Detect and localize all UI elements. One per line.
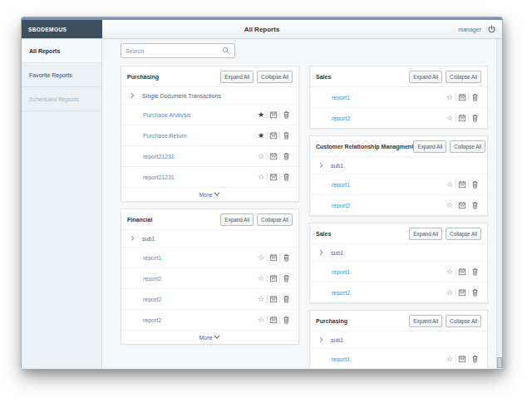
schedule-calendar-icon[interactable]	[456, 114, 468, 122]
favorite-star-icon[interactable]: ★	[255, 111, 267, 119]
report-link[interactable]: report21231	[143, 174, 255, 180]
favorite-star-icon[interactable]: ☆	[255, 316, 267, 324]
delete-trash-icon[interactable]	[280, 110, 292, 119]
chevron-right-icon[interactable]	[130, 235, 135, 242]
collapse-all-button[interactable]: Collapse All	[257, 71, 293, 83]
collapse-all-button[interactable]: Collapse All	[450, 140, 485, 153]
chevron-right-icon[interactable]	[318, 249, 324, 256]
schedule-calendar-icon[interactable]	[268, 110, 279, 119]
report-link[interactable]: report1	[332, 95, 444, 101]
group-label: sub1	[331, 337, 343, 343]
delete-trash-icon[interactable]	[469, 201, 480, 209]
delete-trash-icon[interactable]	[280, 295, 292, 303]
more-link[interactable]: More	[121, 330, 298, 344]
group-row-sub1[interactable]: sub1	[310, 243, 487, 261]
favorite-star-icon[interactable]: ☆	[444, 356, 456, 363]
delete-trash-icon[interactable]	[469, 267, 480, 276]
delete-trash-icon[interactable]	[280, 316, 292, 324]
group-row-sub1[interactable]: sub1	[121, 229, 298, 247]
delete-trash-icon[interactable]	[280, 173, 292, 181]
favorite-star-icon[interactable]: ☆	[255, 153, 267, 160]
report-link[interactable]: report21231	[143, 154, 255, 159]
delete-trash-icon[interactable]	[469, 180, 480, 189]
schedule-calendar-icon[interactable]	[268, 131, 279, 140]
report-link[interactable]: report1	[143, 255, 255, 261]
favorite-star-icon[interactable]: ☆	[255, 174, 267, 181]
collapse-all-button[interactable]: Collapse All	[446, 71, 481, 83]
report-link[interactable]: report1	[332, 269, 444, 275]
card-actions: Expand AllCollapse All	[220, 213, 293, 226]
group-row-sub1[interactable]: sub1	[310, 331, 487, 348]
card-actions: Expand AllCollapse All	[413, 140, 485, 153]
delete-trash-icon[interactable]	[469, 114, 480, 122]
expand-all-button[interactable]: Expand All	[409, 228, 442, 240]
schedule-calendar-icon[interactable]	[456, 180, 468, 189]
favorite-star-icon[interactable]: ☆	[444, 268, 456, 276]
delete-trash-icon[interactable]	[280, 152, 292, 160]
report-link[interactable]: report2	[143, 276, 255, 282]
delete-trash-icon[interactable]	[280, 131, 292, 140]
schedule-calendar-icon[interactable]	[268, 274, 279, 282]
search-input[interactable]	[126, 48, 222, 54]
collapse-all-button[interactable]: Collapse All	[257, 213, 293, 226]
collapse-all-button[interactable]: Collapse All	[446, 228, 481, 240]
report-link[interactable]: report2	[143, 317, 255, 323]
scrollbar-thumb[interactable]	[497, 357, 502, 368]
schedule-calendar-icon[interactable]	[268, 152, 279, 160]
row-action-icons: ☆	[255, 152, 292, 160]
delete-trash-icon[interactable]	[469, 288, 480, 297]
report-link[interactable]: report1	[332, 182, 444, 188]
delete-trash-icon[interactable]	[469, 355, 480, 363]
report-link[interactable]: report2	[332, 290, 444, 296]
schedule-calendar-icon[interactable]	[456, 267, 468, 276]
sidebar-item-all-reports[interactable]: All Reports	[22, 39, 101, 63]
delete-trash-icon[interactable]	[280, 253, 292, 262]
favorite-star-icon[interactable]: ☆	[255, 296, 267, 303]
chevron-right-icon[interactable]	[318, 336, 324, 343]
vertical-scrollbar[interactable]	[496, 39, 502, 369]
report-card-customer-relationship-managment: Customer Relationship ManagmentExpand Al…	[309, 135, 488, 216]
report-link[interactable]: report2	[143, 297, 255, 302]
delete-trash-icon[interactable]	[469, 93, 480, 101]
report-link[interactable]: report2	[332, 203, 444, 208]
report-row: report2☆	[121, 288, 298, 309]
report-link[interactable]: report2	[332, 115, 444, 121]
chevron-right-icon[interactable]	[318, 162, 324, 169]
search-icon[interactable]	[222, 47, 230, 55]
schedule-calendar-icon[interactable]	[268, 173, 279, 181]
sidebar-item-scheduled-reports[interactable]: Scheduled Reports	[22, 87, 101, 111]
chevron-right-icon[interactable]	[130, 92, 135, 99]
favorite-star-icon[interactable]: ☆	[444, 115, 456, 122]
row-action-icons: ★	[255, 110, 292, 119]
sidebar-item-favorite-reports[interactable]: Favorite Reports	[22, 63, 101, 87]
schedule-calendar-icon[interactable]	[268, 295, 279, 303]
favorite-star-icon[interactable]: ★	[255, 132, 267, 140]
favorite-star-icon[interactable]: ☆	[444, 181, 456, 189]
schedule-calendar-icon[interactable]	[268, 316, 279, 324]
schedule-calendar-icon[interactable]	[456, 288, 468, 297]
report-row: report21231☆	[121, 166, 298, 187]
expand-all-button[interactable]: Expand All	[413, 140, 446, 153]
report-link[interactable]: report1	[332, 356, 444, 362]
expand-all-button[interactable]: Expand All	[220, 213, 254, 226]
schedule-calendar-icon[interactable]	[456, 93, 468, 101]
collapse-all-button[interactable]: Collapse All	[446, 315, 481, 327]
delete-trash-icon[interactable]	[280, 274, 292, 282]
power-logout-icon[interactable]	[487, 25, 496, 34]
group-row-single-document-transactions[interactable]: Single Document Transactions	[121, 86, 298, 104]
more-link[interactable]: More	[121, 187, 298, 201]
schedule-calendar-icon[interactable]	[456, 201, 468, 209]
favorite-star-icon[interactable]: ☆	[444, 202, 456, 209]
expand-all-button[interactable]: Expand All	[220, 71, 254, 83]
favorite-star-icon[interactable]: ☆	[444, 289, 456, 297]
favorite-star-icon[interactable]: ☆	[444, 94, 456, 101]
expand-all-button[interactable]: Expand All	[409, 315, 442, 327]
expand-all-button[interactable]: Expand All	[409, 71, 442, 83]
group-row-sub1[interactable]: sub1	[310, 156, 487, 174]
report-link[interactable]: Purchase Analysis	[143, 112, 255, 118]
schedule-calendar-icon[interactable]	[268, 253, 279, 262]
favorite-star-icon[interactable]: ☆	[255, 275, 267, 282]
favorite-star-icon[interactable]: ☆	[255, 254, 267, 262]
report-link[interactable]: Purchase Return	[143, 133, 255, 139]
schedule-calendar-icon[interactable]	[456, 355, 468, 363]
